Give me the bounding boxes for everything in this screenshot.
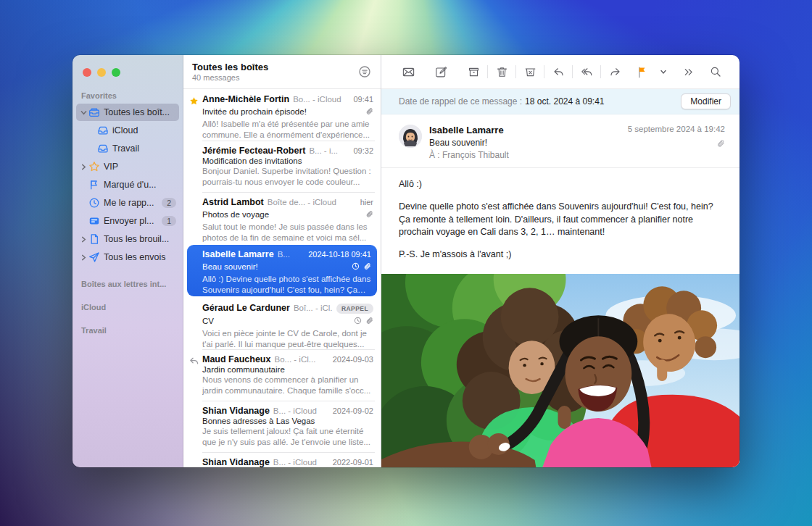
- message-date: 5 septembre 2024 à 19:42: [628, 125, 725, 133]
- minimize-window-button[interactable]: [97, 68, 106, 77]
- message-subject: Jardin communautaire: [202, 365, 373, 374]
- sidebar-item-travail[interactable]: Travail: [76, 140, 179, 157]
- message-subject: Photos de voyage: [202, 210, 365, 219]
- message-date: 2024-09-03: [333, 355, 373, 364]
- sidebar-item-icloud[interactable]: iCloud: [76, 122, 179, 139]
- sidebar-item-toutes-les-bo-t[interactable]: Toutes les boît...: [76, 104, 179, 121]
- body-paragraph: P.-S. Je m'assois à l'avant ;): [399, 249, 721, 262]
- sidebar-section-bo-tes-aux-lettres-int[interactable]: Boîtes aux lettres int...: [72, 267, 183, 290]
- message-date: 09:41: [353, 95, 373, 104]
- sidebar-item-label: Toutes les boît...: [104, 107, 176, 117]
- sidebar-item-envoyer-pl[interactable]: Envoyer pl...1: [76, 212, 179, 230]
- message-row-astrid-lambot-2[interactable]: Astrid LambotBoîte de... - iCloudhierPho…: [183, 192, 381, 243]
- sidebar-section-travail[interactable]: Travail: [72, 313, 183, 336]
- paperclip-icon: [365, 208, 373, 221]
- message-list-header: Toutes les boîtes 40 messages: [183, 55, 381, 89]
- get-mail-icon[interactable]: [394, 62, 422, 81]
- search-icon[interactable]: [702, 62, 729, 81]
- sidebar-item-tous-les-envois[interactable]: Tous les envois: [76, 249, 179, 266]
- recipient-name[interactable]: François Thibault: [442, 150, 509, 160]
- send-later-icon: [88, 215, 100, 227]
- close-window-button[interactable]: [83, 68, 91, 77]
- reminder-date: 18 oct. 2024 à 09:41: [525, 96, 604, 107]
- reading-pane: Date de rappel de ce message : 18 oct. 2…: [381, 55, 740, 467]
- sidebar-item-label: VIP: [104, 162, 176, 172]
- message-list-pane: Toutes les boîtes 40 messages Anne-Michè…: [183, 55, 381, 467]
- sidebar-item-me-le-rapp[interactable]: Me le rapp...2: [76, 194, 179, 212]
- message-row-j-r-mie-fecteau-robert-1[interactable]: Jérémie Fecteau-RobertB... - i...09:32Mo…: [183, 141, 381, 192]
- message-row-shian-vidanage-7[interactable]: Shian VidanageB... - iCloud2022-09-01: [183, 452, 381, 467]
- body-paragraph: Allô :): [399, 178, 721, 191]
- sidebar-item-marqu-d-u[interactable]: Marqué d'u...: [76, 176, 179, 193]
- message-preview: Je suis tellement jaloux! Ça fait une ét…: [202, 426, 373, 447]
- message-date: 2024-09-02: [333, 406, 373, 415]
- forward-icon[interactable]: [601, 62, 629, 81]
- sidebar: Favorites Toutes les boît...iCloudTravai…: [72, 55, 183, 467]
- filter-icon[interactable]: [357, 62, 372, 81]
- mailbox-label: B... - i...: [309, 146, 349, 155]
- unread-count-badge: 2: [162, 198, 176, 208]
- compose-icon[interactable]: [427, 62, 455, 81]
- flag-icon: [88, 179, 100, 191]
- draft-icon: [88, 233, 100, 246]
- sidebar-section-icloud[interactable]: iCloud: [72, 290, 183, 313]
- modify-reminder-button[interactable]: Modifier: [681, 93, 731, 109]
- message-row-maud-faucheux-5[interactable]: Maud FaucheuxBo... - iCl...2024-09-03Jar…: [183, 349, 381, 401]
- mailbox-label: B...: [278, 250, 304, 259]
- message-row-g-raud-le-carduner-4[interactable]: Géraud Le CardunerBoî... - iCl...RAPPELC…: [183, 298, 381, 349]
- window-controls: [72, 64, 183, 87]
- sender-name[interactable]: Isabelle Lamarre: [429, 125, 628, 135]
- sidebar-item-label: Marqué d'u...: [104, 180, 176, 190]
- mailbox-label: B... - iCloud: [273, 458, 329, 467]
- mailbox-stack-icon: [88, 107, 100, 119]
- rappel-badge: RAPPEL: [336, 304, 373, 314]
- message-date: 09:32: [353, 146, 373, 155]
- message-date: hier: [360, 198, 373, 206]
- reply-icon[interactable]: [544, 62, 572, 81]
- junk-icon[interactable]: [516, 62, 544, 81]
- photo-attachment[interactable]: [381, 274, 740, 467]
- sender-name: Isabelle Lamarre: [202, 249, 274, 259]
- paperclip-icon: [365, 314, 373, 327]
- replied-arrow-icon: [189, 356, 199, 366]
- message-row-shian-vidanage-6[interactable]: Shian VidanageB... - iCloud2024-09-02Bon…: [183, 401, 381, 452]
- chevron-right-icon[interactable]: [79, 254, 88, 261]
- sidebar-item-label: Travail: [112, 143, 176, 154]
- archive-icon[interactable]: [460, 62, 487, 81]
- clock-icon: [352, 260, 360, 273]
- mailbox-label: Bo... - iCloud: [293, 95, 349, 104]
- message-date: 2024-10-18 09:41: [308, 250, 371, 259]
- message-subject: Bonnes adresses à Las Vegas: [202, 417, 373, 425]
- sender-avatar[interactable]: [399, 125, 422, 148]
- show-more-icon[interactable]: [674, 62, 702, 81]
- mailbox-label: Boî... - iCl...: [294, 304, 333, 312]
- chevron-right-icon[interactable]: [79, 164, 88, 170]
- mailbox-label: Bo... - iCl...: [274, 355, 328, 364]
- sidebar-item-label: Envoyer pl...: [104, 216, 159, 226]
- memoji-avatar-icon: [399, 125, 422, 148]
- flag-icon[interactable]: [629, 62, 656, 81]
- sidebar-item-vip[interactable]: VIP: [76, 158, 179, 175]
- sidebar-item-label: iCloud: [112, 125, 176, 135]
- recipient-line: À : François Thibault: [429, 150, 628, 160]
- message-row-anne-mich-le-fortin-0[interactable]: Anne-Michèle FortinBo... - iCloud09:41In…: [183, 89, 381, 141]
- mailbox-label: B... - iCloud: [273, 406, 329, 415]
- favorites-header: Favorites: [72, 87, 183, 103]
- message-subject: Modification des invitations: [202, 156, 373, 165]
- message-preview: Allô! Isabelle m'a été présentée par une…: [202, 119, 373, 140]
- sidebar-item-tous-les-brouil[interactable]: Tous les brouil...: [76, 230, 179, 248]
- trash-icon[interactable]: [488, 62, 515, 81]
- attachment-paperclip-icon[interactable]: [716, 138, 725, 151]
- message-row-isabelle-lamarre-3[interactable]: Isabelle LamarreB...2024-10-18 09:41Beau…: [187, 245, 377, 296]
- flag-menu-chevron-icon[interactable]: [656, 62, 671, 81]
- chevron-right-icon[interactable]: [79, 236, 88, 243]
- chevron-down-icon[interactable]: [79, 109, 88, 116]
- sender-name: Shian Vidanage: [202, 406, 270, 416]
- sender-name: Géraud Le Carduner: [202, 303, 290, 313]
- inbox-icon: [96, 143, 109, 155]
- body-paragraph: Devine quelle photo s'est affichée dans …: [399, 201, 721, 239]
- zoom-window-button[interactable]: [112, 68, 120, 77]
- message-preview: Voici en pièce jointe le CV de Carole, d…: [202, 328, 373, 349]
- reply-all-icon[interactable]: [573, 62, 600, 81]
- sidebar-item-label: Tous les envois: [104, 252, 176, 262]
